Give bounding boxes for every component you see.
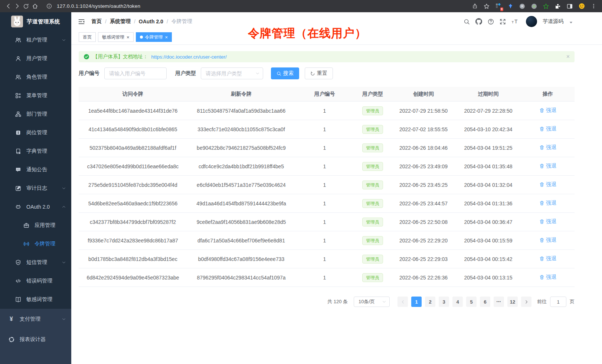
breadcrumb-item[interactable]: 令牌管理 (171, 18, 192, 25)
force-logout-button[interactable]: 强退 (539, 181, 556, 188)
avatar[interactable] (526, 16, 537, 27)
force-logout-button[interactable]: 强退 (539, 144, 556, 151)
sidebar-item-errcode[interactable]: 错误码管理 (0, 272, 71, 290)
share-icon[interactable] (471, 3, 478, 10)
access-token-cell: 6d842e2924594de9a09e45e087323abe (79, 268, 187, 287)
sidebar-item-menu[interactable]: 菜单管理 (0, 86, 71, 105)
search-icon[interactable] (464, 19, 470, 25)
browser-menu-dots-icon[interactable] (590, 3, 597, 10)
github-icon[interactable] (475, 18, 482, 25)
help-icon[interactable] (488, 19, 494, 25)
reset-button[interactable]: 重置 (305, 67, 333, 79)
breadcrumb-item[interactable]: 系统管理 (110, 18, 131, 25)
page-button-5[interactable]: 5 (466, 297, 477, 307)
user-id-input[interactable] (104, 67, 167, 79)
sidebar-item-sms[interactable]: 短信管理 (0, 253, 71, 272)
page-button-1[interactable]: 1 (411, 297, 422, 307)
user-type-label: 用户类型 (175, 70, 196, 77)
sidebar-item-pay[interactable]: ¥支付管理 (0, 309, 71, 329)
browser-url[interactable]: 127.0.0.1:1024/system/oauth2/token (57, 3, 140, 9)
extension-manager-icon[interactable]: 9 (495, 3, 502, 10)
user-type-badge: 管理员 (362, 236, 383, 245)
tab-令牌管理[interactable]: 令牌管理× (136, 32, 172, 42)
force-logout-button[interactable]: 强退 (539, 163, 556, 169)
sidebar-item-dept[interactable]: 部门管理 (0, 105, 71, 123)
open-book-icon (15, 297, 21, 303)
page-button-4[interactable]: 4 (452, 297, 463, 307)
prev-page-button[interactable] (397, 297, 408, 307)
tab-close-icon[interactable]: × (165, 35, 168, 40)
sidebar-item-user[interactable]: 用户管理 (0, 49, 71, 68)
force-logout-button[interactable]: 强退 (539, 200, 556, 206)
browser-home-icon[interactable] (30, 2, 39, 11)
gem-extension-icon[interactable] (507, 3, 514, 10)
alert-text: 【用户体系】文档地址： (93, 53, 148, 60)
sidebar-toggle-icon[interactable] (78, 18, 85, 25)
page-button-12[interactable]: 12 (507, 297, 518, 307)
user-name[interactable]: 芋道源码 (543, 18, 563, 25)
command-extension-icon[interactable]: ⌘ (519, 3, 526, 10)
sidebar-item-audit[interactable]: 审计日志 (0, 179, 71, 198)
force-logout-button[interactable]: 强退 (539, 274, 556, 281)
breadcrumb-item[interactable]: OAuth 2.0 (139, 19, 163, 24)
sidebar-item-dict[interactable]: 字典管理 (0, 142, 71, 161)
fullscreen-icon[interactable] (500, 19, 506, 25)
user-type-badge: 管理员 (362, 162, 383, 171)
user-type-select[interactable] (201, 67, 263, 79)
browser-url-bar[interactable]: 127.0.0.1:1024/system/oauth2/token (39, 2, 471, 11)
force-logout-button[interactable]: 强退 (539, 237, 556, 244)
expire-time-cell: 2054-03-04 00:15:42 (455, 250, 521, 268)
browser-forward-icon[interactable] (13, 2, 22, 11)
browser-back-icon[interactable] (4, 2, 13, 11)
breadcrumb-item[interactable]: 首页 (91, 18, 102, 25)
user-type-cell: 管理员 (354, 231, 392, 250)
action-cell: 强退 (521, 231, 575, 250)
force-logout-button[interactable]: 强退 (539, 126, 556, 132)
page-size-select[interactable]: 10条/页 (354, 297, 390, 307)
search-button[interactable]: 搜索 (271, 67, 299, 79)
tab-敏感词管理[interactable]: 敏感词管理× (98, 32, 134, 42)
user-id-label: 用户编号 (79, 70, 99, 77)
puzzle-extension-icon[interactable] (554, 3, 561, 10)
sidebar-panel-icon[interactable] (566, 3, 573, 10)
bookmark-star-icon[interactable] (483, 3, 490, 10)
font-size-icon[interactable]: TT (511, 19, 519, 24)
sidebar-item-oauth2[interactable]: OAuth 2.0 (0, 198, 71, 216)
sidebar-item-post[interactable]: 岗位管理 (0, 123, 71, 142)
page-button-6[interactable]: 6 (480, 297, 490, 307)
alert-close-icon[interactable]: × (566, 54, 570, 60)
alert-banner: 【用户体系】文档地址： https://doc.iocoder.cn/user-… (79, 51, 575, 62)
create-time-cell: 2022-06-25 23:49:09 (392, 157, 455, 176)
force-logout-button[interactable]: 强退 (539, 255, 556, 262)
browser-reload-icon[interactable] (22, 2, 30, 11)
goto-page-input[interactable] (550, 297, 566, 307)
app-logo[interactable]: 芋道管理系统 (0, 12, 71, 31)
caret-down-icon[interactable] (569, 20, 573, 24)
user-id-cell: 1 (295, 157, 354, 176)
user-type-cell: 管理员 (354, 176, 392, 194)
site-info-icon[interactable] (45, 2, 53, 11)
page-button-3[interactable]: 3 (439, 297, 449, 307)
profile-avatar-icon[interactable] (578, 3, 585, 10)
sidebar-item-role[interactable]: 角色管理 (0, 68, 71, 86)
doc-link[interactable]: https://doc.iocoder.cn/user-center/ (151, 54, 227, 60)
page-ellipsis[interactable]: ••• (494, 297, 504, 307)
record-extension-icon[interactable] (531, 3, 537, 10)
star-extension-icon[interactable] (543, 3, 549, 10)
annotation-text: 令牌管理（在线用户） (248, 26, 367, 41)
tab-首页[interactable]: 首页 (79, 32, 96, 42)
broadcast-icon (23, 241, 29, 247)
sidebar-item-oauth2-token[interactable]: 令牌管理 (0, 235, 71, 253)
sidebar-item-notice[interactable]: 通知公告 (0, 161, 71, 179)
sidebar-item-oauth2-app[interactable]: 应用管理 (0, 216, 71, 235)
sidebar-item-sensitive[interactable]: 敏感词管理 (0, 290, 71, 309)
total-count: 共 120 条 (327, 298, 348, 305)
tab-close-icon[interactable]: × (127, 35, 130, 40)
force-logout-button[interactable]: 强退 (539, 107, 556, 114)
next-page-button[interactable] (521, 297, 531, 307)
sidebar-item-report[interactable]: 报表设计器 (0, 329, 71, 350)
page-button-2[interactable]: 2 (425, 297, 435, 307)
force-logout-button[interactable]: 强退 (539, 218, 556, 225)
chevron-down-icon (62, 317, 66, 321)
sidebar-item-tenant[interactable]: 租户管理 (0, 31, 71, 49)
